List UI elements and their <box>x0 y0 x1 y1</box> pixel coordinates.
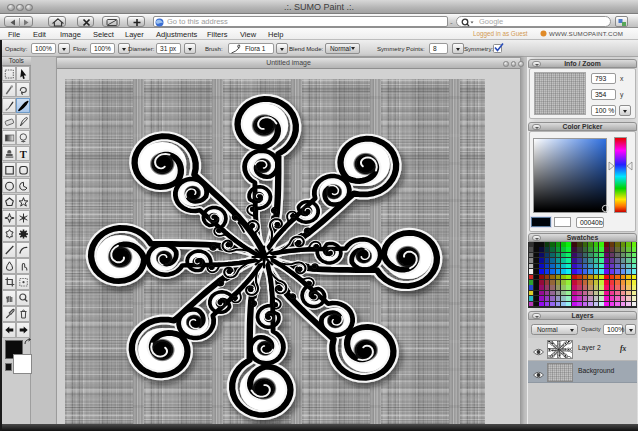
svg-text:T: T <box>20 148 27 159</box>
